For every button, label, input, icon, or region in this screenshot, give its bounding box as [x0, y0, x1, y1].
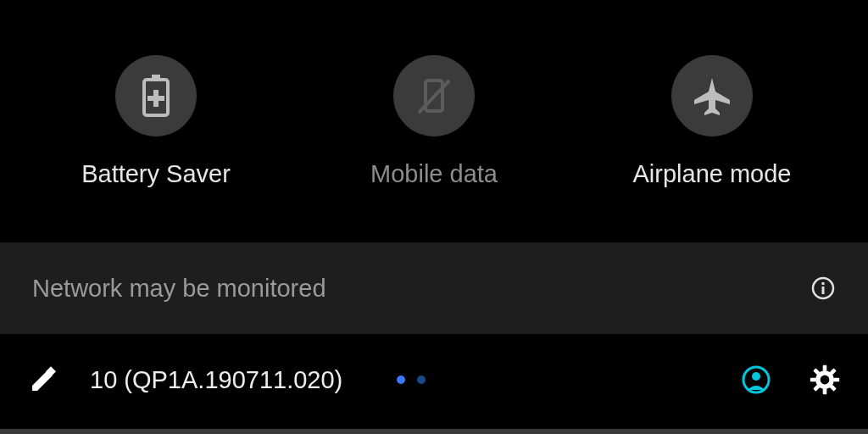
svg-rect-15	[823, 388, 827, 394]
mobile-data-off-icon	[412, 74, 456, 118]
svg-rect-16	[810, 378, 816, 382]
quick-settings-panel: Battery Saver Mobile data	[0, 0, 868, 429]
settings-button[interactable]	[809, 364, 841, 396]
page-indicator	[397, 376, 715, 384]
svg-line-5	[419, 81, 449, 113]
build-version-text: 10 (QP1A.190711.020)	[90, 366, 342, 394]
tile-label: Airplane mode	[633, 160, 792, 188]
user-switch-button[interactable]	[741, 364, 771, 395]
tile-label: Battery Saver	[81, 160, 231, 188]
svg-rect-14	[823, 365, 827, 371]
tile-mobile-data[interactable]: Mobile data	[307, 55, 561, 188]
settings-icon	[809, 364, 841, 396]
quick-settings-tiles: Battery Saver Mobile data	[0, 0, 868, 242]
svg-point-23	[821, 376, 830, 385]
quick-settings-footer: 10 (QP1A.190711.020)	[0, 334, 868, 429]
user-circle-icon	[741, 364, 771, 395]
tile-airplane-mode[interactable]: Airplane mode	[585, 55, 839, 188]
tile-battery-saver[interactable]: Battery Saver	[29, 55, 283, 188]
svg-rect-3	[147, 96, 164, 101]
notice-text: Network may be monitored	[32, 275, 326, 303]
pager-dot-active	[397, 376, 405, 384]
footer-actions	[741, 364, 841, 396]
network-monitor-notice[interactable]: Network may be monitored	[0, 242, 868, 334]
svg-rect-17	[833, 378, 839, 382]
edit-icon	[29, 365, 58, 394]
tile-label: Mobile data	[370, 160, 498, 188]
info-icon	[810, 275, 836, 301]
svg-point-11	[752, 372, 760, 381]
svg-rect-8	[822, 287, 825, 294]
tile-circle	[393, 55, 475, 136]
tile-circle	[671, 55, 753, 136]
edit-button[interactable]	[27, 365, 59, 394]
pager-dot-inactive	[417, 376, 426, 384]
battery-saver-icon	[139, 75, 173, 117]
svg-point-7	[821, 282, 825, 286]
airplane-icon	[691, 75, 733, 117]
tile-circle	[115, 55, 197, 136]
